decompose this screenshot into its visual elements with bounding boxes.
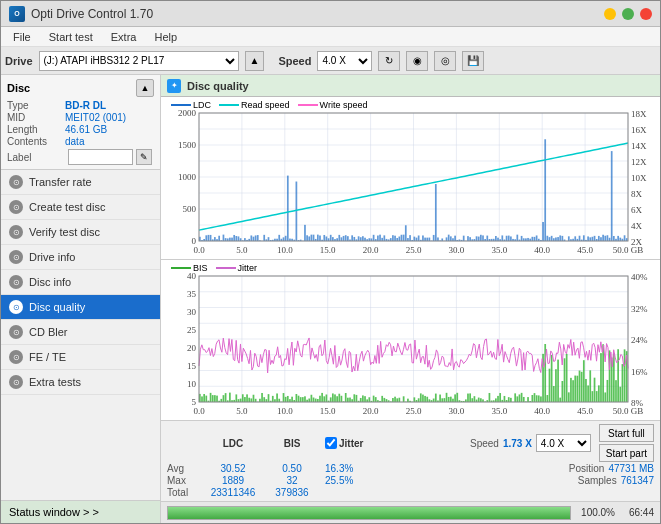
sidebar: Disc ▲ Type BD-R DL MID MEIT02 (001) Len… bbox=[1, 75, 161, 523]
mid-value: MEIT02 (001) bbox=[65, 112, 126, 123]
sidebar-item-drive-info[interactable]: ⊙ Drive info bbox=[1, 245, 160, 270]
total-bis: 379836 bbox=[267, 487, 317, 498]
toolbar-disc2-icon[interactable]: ◎ bbox=[434, 51, 456, 71]
drive-info-icon: ⊙ bbox=[9, 250, 23, 264]
bottom-chart-legend: BIS Jitter bbox=[165, 262, 263, 274]
jitter-col-header: Jitter bbox=[339, 438, 363, 449]
cd-bler-icon: ⊙ bbox=[9, 325, 23, 339]
max-jitter: 25.5% bbox=[325, 475, 385, 486]
bis-col-header: BIS bbox=[267, 438, 317, 449]
jitter-legend: Jitter bbox=[216, 263, 258, 273]
avg-jitter: 16.3% bbox=[325, 463, 385, 474]
menu-help[interactable]: Help bbox=[146, 29, 185, 45]
length-label: Length bbox=[7, 124, 65, 135]
label-input[interactable] bbox=[68, 149, 133, 165]
max-ldc: 1889 bbox=[203, 475, 263, 486]
title-bar: O Opti Drive Control 1.70 bbox=[1, 1, 660, 27]
sidebar-item-fe-te[interactable]: ⊙ FE / TE bbox=[1, 345, 160, 370]
eject-button[interactable]: ▲ bbox=[245, 51, 265, 71]
read-speed-legend-label: Read speed bbox=[241, 100, 290, 110]
top-chart-canvas bbox=[161, 97, 660, 259]
sidebar-nav: ⊙ Transfer rate ⊙ Create test disc ⊙ Ver… bbox=[1, 170, 160, 500]
sidebar-item-transfer-rate[interactable]: ⊙ Transfer rate bbox=[1, 170, 160, 195]
mid-label: MID bbox=[7, 112, 65, 123]
type-value: BD-R DL bbox=[65, 100, 106, 111]
drive-bar: Drive (J:) ATAPI iHBS312 2 PL17 ▲ Speed … bbox=[1, 47, 660, 75]
close-button[interactable] bbox=[640, 8, 652, 20]
sidebar-item-disc-info[interactable]: ⊙ Disc info bbox=[1, 270, 160, 295]
bis-legend: BIS bbox=[171, 263, 208, 273]
stats-panel: LDC BIS Jitter Speed 1.73 X 4.0 X Start … bbox=[161, 420, 660, 501]
top-chart-legend: LDC Read speed Write speed bbox=[165, 99, 373, 111]
app-icon: O bbox=[9, 6, 25, 22]
start-full-button[interactable]: Start full bbox=[599, 424, 654, 442]
jitter-legend-color bbox=[216, 267, 236, 269]
total-ldc: 23311346 bbox=[203, 487, 263, 498]
extra-tests-icon: ⊙ bbox=[9, 375, 23, 389]
sidebar-item-cd-bler[interactable]: ⊙ CD Bler bbox=[1, 320, 160, 345]
start-part-button[interactable]: Start part bbox=[599, 444, 654, 462]
drive-select[interactable]: (J:) ATAPI iHBS312 2 PL17 bbox=[39, 51, 239, 71]
jitter-legend-label: Jitter bbox=[238, 263, 258, 273]
bottom-chart-canvas bbox=[161, 260, 660, 420]
ldc-col-header: LDC bbox=[203, 438, 263, 449]
speed-select-stats[interactable]: 4.0 X bbox=[536, 434, 591, 452]
length-value: 46.61 GB bbox=[65, 124, 107, 135]
app-title: Opti Drive Control 1.70 bbox=[31, 7, 153, 21]
disc-quality-header-icon: ✦ bbox=[167, 79, 181, 93]
write-speed-legend-color bbox=[298, 104, 318, 106]
sidebar-item-create-test-disc[interactable]: ⊙ Create test disc bbox=[1, 195, 160, 220]
toolbar-save-icon[interactable]: 💾 bbox=[462, 51, 484, 71]
total-label: Total bbox=[167, 487, 199, 498]
disc-quality-header: ✦ Disc quality bbox=[161, 75, 660, 97]
bis-legend-color bbox=[171, 267, 191, 269]
position-value: 47731 MB bbox=[608, 463, 654, 474]
avg-label: Avg bbox=[167, 463, 199, 474]
sidebar-item-disc-quality[interactable]: ⊙ Disc quality bbox=[1, 295, 160, 320]
avg-bis: 0.50 bbox=[267, 463, 317, 474]
minimize-button[interactable] bbox=[604, 8, 616, 20]
top-chart-container: LDC Read speed Write speed bbox=[161, 97, 660, 260]
samples-value: 761347 bbox=[621, 475, 654, 486]
jitter-checkbox[interactable] bbox=[325, 437, 337, 449]
bottom-chart-container: BIS Jitter bbox=[161, 260, 660, 420]
maximize-button[interactable] bbox=[622, 8, 634, 20]
content-area: Disc ▲ Type BD-R DL MID MEIT02 (001) Len… bbox=[1, 75, 660, 523]
position-label: Position bbox=[569, 463, 605, 474]
read-speed-legend-color bbox=[219, 104, 239, 106]
write-speed-legend-label: Write speed bbox=[320, 100, 368, 110]
disc-info-icon: ⊙ bbox=[9, 275, 23, 289]
progress-fill bbox=[168, 507, 570, 519]
titlebar-left: O Opti Drive Control 1.70 bbox=[9, 6, 153, 22]
contents-label: Contents bbox=[7, 136, 65, 147]
type-label: Type bbox=[7, 100, 65, 111]
menu-bar: File Start test Extra Help bbox=[1, 27, 660, 47]
sidebar-item-verify-test-disc[interactable]: ⊙ Verify test disc bbox=[1, 220, 160, 245]
titlebar-controls bbox=[604, 8, 652, 20]
toolbar-disc1-icon[interactable]: ◉ bbox=[406, 51, 428, 71]
speed-label: Speed bbox=[278, 55, 311, 67]
max-label: Max bbox=[167, 475, 199, 486]
menu-extra[interactable]: Extra bbox=[103, 29, 145, 45]
menu-file[interactable]: File bbox=[5, 29, 39, 45]
create-test-disc-icon: ⊙ bbox=[9, 200, 23, 214]
menu-start-test[interactable]: Start test bbox=[41, 29, 101, 45]
samples-label: Samples bbox=[578, 475, 617, 486]
status-window-button[interactable]: Status window > > bbox=[1, 500, 160, 523]
disc-eject-icon[interactable]: ▲ bbox=[136, 79, 154, 97]
verify-test-disc-icon: ⊙ bbox=[9, 225, 23, 239]
sidebar-item-extra-tests[interactable]: ⊙ Extra tests bbox=[1, 370, 160, 395]
disc-panel: Disc ▲ Type BD-R DL MID MEIT02 (001) Len… bbox=[1, 75, 160, 170]
status-window-label: Status window > > bbox=[9, 506, 99, 518]
label-edit-button[interactable]: ✎ bbox=[136, 149, 152, 165]
content: ✦ Disc quality LDC Read speed bbox=[161, 75, 660, 523]
progress-bar-area: 100.0% 66:44 bbox=[161, 501, 660, 523]
progress-bg bbox=[167, 506, 571, 520]
toolbar-refresh-icon[interactable]: ↻ bbox=[378, 51, 400, 71]
disc-quality-header-title: Disc quality bbox=[187, 80, 249, 92]
contents-value: data bbox=[65, 136, 84, 147]
speed-select-main[interactable]: 4.0 X bbox=[317, 51, 372, 71]
speed-value-stats: 1.73 X bbox=[503, 438, 532, 449]
disc-quality-icon: ⊙ bbox=[9, 300, 23, 314]
bis-legend-label: BIS bbox=[193, 263, 208, 273]
